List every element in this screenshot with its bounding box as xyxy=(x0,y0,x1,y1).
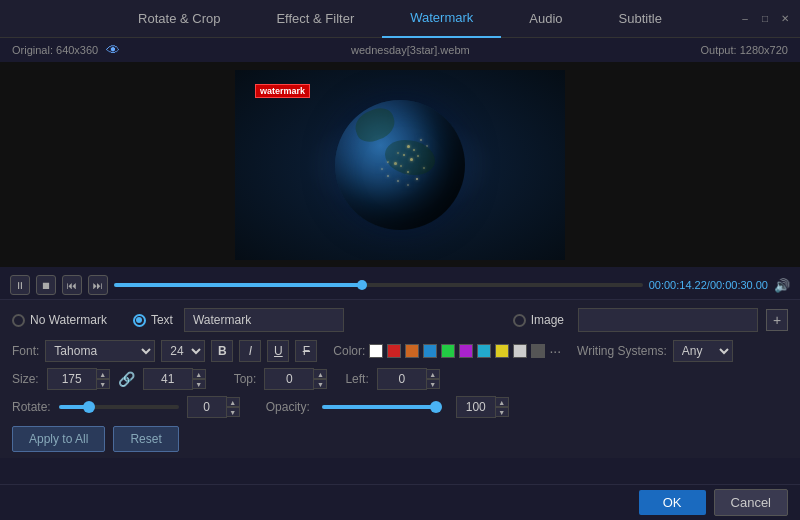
height-down-button[interactable]: ▼ xyxy=(192,379,206,389)
tab-rotate-crop[interactable]: Rotate & Crop xyxy=(110,0,248,38)
minimize-button[interactable]: – xyxy=(738,12,752,26)
left-input[interactable] xyxy=(377,368,427,390)
image-watermark-radio[interactable] xyxy=(513,314,526,327)
ok-button[interactable]: OK xyxy=(639,490,706,515)
opacity-slider-handle[interactable] xyxy=(430,401,442,413)
left-input-group: ▲ ▼ xyxy=(377,368,440,390)
opacity-up-button[interactable]: ▲ xyxy=(495,397,509,407)
bold-button[interactable]: B xyxy=(211,340,233,362)
height-input[interactable] xyxy=(143,368,193,390)
watermark-text-input[interactable] xyxy=(184,308,344,332)
width-down-button[interactable]: ▼ xyxy=(96,379,110,389)
no-watermark-radio[interactable] xyxy=(12,314,25,327)
height-input-group: ▲ ▼ xyxy=(143,368,206,390)
opacity-spinner: ▲ ▼ xyxy=(495,397,509,417)
color-swatch-white[interactable] xyxy=(369,344,383,358)
text-watermark-radio[interactable] xyxy=(133,314,146,327)
opacity-down-button[interactable]: ▼ xyxy=(495,407,509,417)
opacity-input[interactable] xyxy=(456,396,496,418)
image-section: Image + xyxy=(513,308,788,332)
color-section: Color: ··· xyxy=(333,343,561,359)
no-watermark-label: No Watermark xyxy=(30,313,107,327)
color-swatch-cyan[interactable] xyxy=(477,344,491,358)
reset-button[interactable]: Reset xyxy=(113,426,178,452)
font-family-select[interactable]: Tahoma xyxy=(45,340,155,362)
top-down-button[interactable]: ▼ xyxy=(313,379,327,389)
strikethrough-button[interactable]: F xyxy=(295,340,317,362)
rotate-input[interactable] xyxy=(187,396,227,418)
top-input[interactable] xyxy=(264,368,314,390)
tab-audio[interactable]: Audio xyxy=(501,0,590,38)
italic-button[interactable]: I xyxy=(239,340,261,362)
stop-button[interactable]: ⏹ xyxy=(36,275,56,295)
color-swatch-green[interactable] xyxy=(441,344,455,358)
size-row: Size: ▲ ▼ 🔗 ▲ ▼ Top: ▲ ▼ Left: xyxy=(12,368,788,390)
left-up-button[interactable]: ▲ xyxy=(426,369,440,379)
watermark-type-row: No Watermark Text Image + xyxy=(12,308,788,332)
tab-effect-filter[interactable]: Effect & Filter xyxy=(248,0,382,38)
font-size-select[interactable]: 24 xyxy=(161,340,205,362)
width-up-button[interactable]: ▲ xyxy=(96,369,110,379)
playback-bar: ⏸ ⏹ ⏮ ⏭ 00:00:14.22/00:00:30.00 🔊 xyxy=(0,271,800,299)
writing-systems-select[interactable]: Any xyxy=(673,340,733,362)
earth-globe xyxy=(335,100,465,230)
more-colors-button[interactable]: ··· xyxy=(549,343,561,359)
tab-subtitle[interactable]: Subtitle xyxy=(591,0,690,38)
rotate-input-group: ▲ ▼ xyxy=(187,396,240,418)
link-dimensions-icon[interactable]: 🔗 xyxy=(118,371,135,387)
opacity-slider[interactable] xyxy=(322,405,442,409)
image-watermark-label: Image xyxy=(531,313,564,327)
filename: wednesday[3star].webm xyxy=(351,44,470,56)
color-label: Color: xyxy=(333,344,365,358)
color-swatch-purple[interactable] xyxy=(459,344,473,358)
cancel-button[interactable]: Cancel xyxy=(714,489,788,516)
seek-handle[interactable] xyxy=(357,280,367,290)
top-spinner: ▲ ▼ xyxy=(313,369,327,389)
apply-row: Apply to All Reset xyxy=(12,426,788,452)
image-watermark-option[interactable]: Image xyxy=(513,313,570,327)
color-swatch-blue[interactable] xyxy=(423,344,437,358)
video-preview: watermark xyxy=(235,70,565,260)
image-path-input[interactable] xyxy=(578,308,758,332)
color-swatch-red[interactable] xyxy=(387,344,401,358)
width-input[interactable] xyxy=(47,368,97,390)
no-watermark-option[interactable]: No Watermark xyxy=(12,313,107,327)
color-swatch-lightgray[interactable] xyxy=(513,344,527,358)
top-input-group: ▲ ▼ xyxy=(264,368,327,390)
prev-frame-button[interactable]: ⏮ xyxy=(62,275,82,295)
seek-bar[interactable] xyxy=(114,283,643,287)
top-up-button[interactable]: ▲ xyxy=(313,369,327,379)
text-watermark-option[interactable]: Text xyxy=(133,308,344,332)
top-label: Top: xyxy=(234,372,257,386)
tab-watermark[interactable]: Watermark xyxy=(382,0,501,38)
video-container: watermark xyxy=(0,62,800,267)
left-down-button[interactable]: ▼ xyxy=(426,379,440,389)
color-swatch-yellow[interactable] xyxy=(495,344,509,358)
add-image-button[interactable]: + xyxy=(766,309,788,331)
font-row: Font: Tahoma 24 B I U F Color: ··· Writi… xyxy=(12,340,788,362)
video-header: Original: 640x360 👁 wednesday[3star].web… xyxy=(0,38,800,62)
original-res: Original: 640x360 xyxy=(12,44,98,56)
next-frame-button[interactable]: ⏭ xyxy=(88,275,108,295)
city-lights xyxy=(335,100,465,230)
controls-panel: No Watermark Text Image + Font: Tahoma 2… xyxy=(0,299,800,458)
underline-button[interactable]: U xyxy=(267,340,289,362)
volume-icon[interactable]: 🔊 xyxy=(774,278,790,293)
left-spinner: ▲ ▼ xyxy=(426,369,440,389)
rotate-slider-handle[interactable] xyxy=(83,401,95,413)
pause-button[interactable]: ⏸ xyxy=(10,275,30,295)
writing-systems-label: Writing Systems: xyxy=(577,344,667,358)
height-up-button[interactable]: ▲ xyxy=(192,369,206,379)
rotate-slider[interactable] xyxy=(59,405,179,409)
eye-icon[interactable]: 👁 xyxy=(106,42,120,58)
rotate-up-button[interactable]: ▲ xyxy=(226,397,240,407)
rotate-down-button[interactable]: ▼ xyxy=(226,407,240,417)
color-swatch-orange[interactable] xyxy=(405,344,419,358)
color-swatch-darkgray[interactable] xyxy=(531,344,545,358)
watermark-overlay[interactable]: watermark xyxy=(255,84,310,98)
apply-to-all-button[interactable]: Apply to All xyxy=(12,426,105,452)
close-button[interactable]: ✕ xyxy=(778,12,792,26)
window-controls: – □ ✕ xyxy=(738,12,792,26)
maximize-button[interactable]: □ xyxy=(758,12,772,26)
opacity-input-group: ▲ ▼ xyxy=(456,396,509,418)
